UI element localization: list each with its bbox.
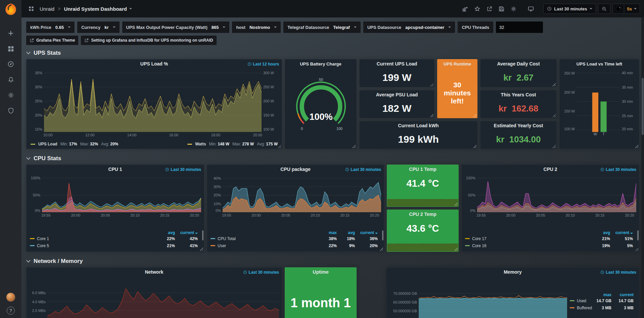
share-button[interactable]: [484, 4, 494, 14]
panel-title[interactable]: CPU 1 Temp: [409, 167, 436, 172]
legend-scrollbar[interactable]: [637, 230, 639, 240]
graph-plot[interactable]: [419, 278, 567, 318]
variable-kwh-price[interactable]: kWh Price 0.65: [26, 21, 75, 33]
legend-header-avg[interactable]: avg: [596, 230, 615, 235]
panel-resize-handle[interactable]: [635, 145, 638, 148]
section-header-ups-stats[interactable]: UPS Stats: [27, 50, 639, 56]
refresh-button[interactable]: [613, 4, 624, 13]
panel-title[interactable]: Network: [145, 269, 163, 275]
help-icon[interactable]: ?: [7, 307, 15, 315]
cycle-view-monitor-button[interactable]: [526, 4, 536, 14]
zoom-out-button[interactable]: [598, 4, 610, 14]
cpu-threads-input[interactable]: [496, 21, 543, 33]
variable-host[interactable]: host Nostromo: [232, 21, 281, 33]
panel-time-range[interactable]: Last 30 minutes: [345, 167, 381, 172]
graph-plot[interactable]: [47, 278, 279, 318]
graph-plot[interactable]: [477, 176, 636, 212]
refresh-interval-dropdown[interactable]: 5s: [624, 4, 640, 13]
panel-title[interactable]: Average PSU Load: [376, 92, 418, 97]
graph-plot[interactable]: [44, 70, 262, 132]
save-button[interactable]: [496, 4, 506, 14]
dashboard-link-ups-guide[interactable]: Setting up Grafana and InfluxDB for UPS …: [81, 36, 216, 45]
panel-resize-handle[interactable]: [430, 83, 433, 86]
create-plus-icon[interactable]: [3, 26, 18, 41]
panel-resize-handle[interactable]: [635, 247, 638, 251]
panel-time-range[interactable]: Last 30 minutes: [600, 270, 636, 275]
panel-title[interactable]: Estimated Yearly Cost: [494, 123, 543, 128]
panel-title[interactable]: UPS Runtime: [444, 61, 471, 66]
series-name[interactable]: Watts: [195, 142, 206, 146]
legend-header-current[interactable]: current: [360, 230, 382, 235]
panel-title[interactable]: UPS Load vs Time left: [577, 61, 622, 66]
panel-resize-handle[interactable]: [454, 202, 458, 206]
explore-compass-icon[interactable]: [3, 56, 18, 72]
panel-title[interactable]: This Years Cost: [501, 92, 536, 97]
panel-title[interactable]: CPU 1: [108, 167, 122, 172]
dashboards-icon[interactable]: [3, 41, 18, 56]
alerting-bell-icon[interactable]: [3, 72, 18, 87]
variable-telegraf-datasource[interactable]: Telegraf Datasource Telegraf: [283, 21, 361, 33]
panel-title[interactable]: CPU package: [280, 167, 310, 172]
panel-title[interactable]: CPU 2: [543, 167, 557, 172]
user-avatar[interactable]: [6, 292, 15, 302]
star-button[interactable]: [472, 4, 482, 14]
legend-header-current[interactable]: current: [180, 230, 202, 235]
page-scrollbar-thumb[interactable]: [642, 78, 644, 135]
series-name[interactable]: User: [218, 243, 226, 248]
panel-resize-handle[interactable]: [473, 145, 476, 148]
breadcrumb-dashboard[interactable]: Unraid System Dashboard: [64, 6, 132, 12]
panel-title[interactable]: Current UPS Load: [377, 61, 417, 66]
panel-resize-handle[interactable]: [200, 247, 203, 251]
section-header-cpu-stats[interactable]: CPU Stats: [27, 155, 639, 162]
variable-ups-max-output[interactable]: UPS Max Output Power Capacity (Watt) 865: [122, 21, 230, 33]
legend-header-current[interactable]: current: [615, 230, 638, 235]
legend-header-max[interactable]: max: [595, 292, 616, 297]
series-name[interactable]: Core 16: [472, 243, 487, 248]
series-name[interactable]: CPU Total: [218, 236, 236, 241]
graph-plot[interactable]: [42, 176, 201, 212]
panel-resize-handle[interactable]: [352, 145, 356, 148]
legend-header-current[interactable]: current: [616, 292, 638, 297]
series-name[interactable]: Core 5: [37, 243, 49, 248]
graph-plot[interactable]: [223, 176, 381, 212]
panel-resize-handle[interactable]: [552, 114, 556, 117]
panel-title[interactable]: Uptime: [313, 269, 328, 275]
series-name[interactable]: Used: [577, 299, 586, 303]
dashboard-link-plex-theme[interactable]: Grafana Plex Theme: [26, 36, 78, 45]
panel-resize-handle[interactable]: [454, 247, 458, 251]
add-panel-button[interactable]: [460, 4, 470, 14]
configuration-gear-icon[interactable]: [3, 87, 18, 103]
panel-title[interactable]: UPS Battery Charge: [300, 61, 341, 66]
bar-plot[interactable]: [577, 70, 620, 132]
panel-resize-handle[interactable]: [278, 145, 281, 148]
series-name[interactable]: Buffered: [577, 306, 592, 310]
time-range-button[interactable]: Last 30 minutes: [543, 4, 596, 14]
panel-title[interactable]: Average Daily Cost: [497, 61, 540, 66]
legend-scrollbar[interactable]: [202, 230, 203, 240]
page-scrollbar[interactable]: [641, 17, 644, 318]
panel-resize-handle[interactable]: [552, 83, 556, 86]
panel-title[interactable]: Memory: [504, 269, 522, 275]
panel-time-range[interactable]: Last 12 hours: [247, 62, 279, 66]
breadcrumb-app[interactable]: Unraid: [40, 6, 54, 12]
panel-time-range[interactable]: Last 30 minutes: [600, 167, 636, 172]
section-header-network-memory[interactable]: Network / Memory: [27, 258, 639, 265]
variable-currency[interactable]: Currency kr: [77, 21, 119, 33]
series-name[interactable]: Core 1: [37, 236, 49, 241]
legend-header-avg[interactable]: avg: [341, 230, 360, 235]
panel-resize-handle[interactable]: [552, 145, 556, 148]
panel-time-range[interactable]: Last 30 minutes: [243, 270, 279, 275]
dashboard-settings-button[interactable]: [508, 4, 518, 14]
panel-title[interactable]: UPS Load %: [140, 61, 168, 66]
panel-time-range[interactable]: Last 30 minutes: [165, 167, 201, 172]
server-admin-shield-icon[interactable]: [3, 103, 18, 118]
panel-title[interactable]: Current Load kWh: [398, 123, 439, 128]
legend-scrollbar[interactable]: [382, 230, 383, 240]
panel-resize-handle[interactable]: [380, 247, 383, 251]
panel-title[interactable]: CPU 2 Temp: [409, 212, 436, 217]
legend-header-avg[interactable]: avg: [161, 230, 180, 235]
grafana-logo-icon[interactable]: [4, 2, 18, 16]
series-name[interactable]: UPS Load: [38, 142, 57, 146]
legend-header-max[interactable]: max: [323, 230, 341, 235]
series-name[interactable]: Core 17: [472, 236, 487, 241]
